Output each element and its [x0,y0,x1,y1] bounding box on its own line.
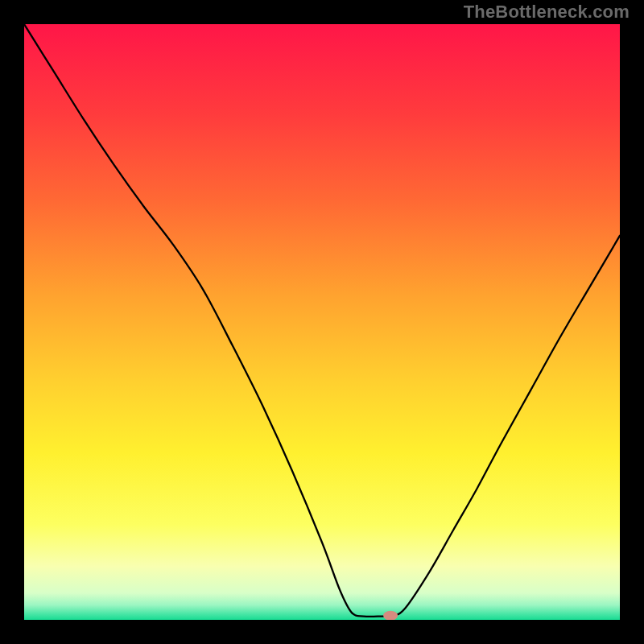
chart-svg [24,24,620,620]
gradient-background [24,24,620,620]
chart-frame: TheBottleneck.com [0,0,644,644]
watermark-text: TheBottleneck.com [464,2,630,23]
plot-area [24,24,620,620]
